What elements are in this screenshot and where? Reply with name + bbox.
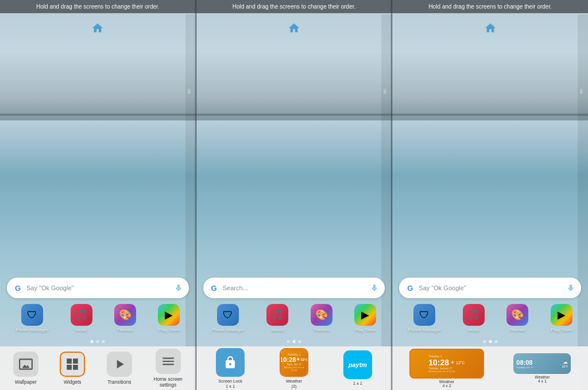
app-music-label-2: Music (272, 327, 284, 333)
app-music-2[interactable]: 🎵 Music (266, 304, 288, 333)
app-phone-manager-2[interactable]: 🛡 Phone Manager (212, 304, 245, 333)
music-icon-2: 🎵 (266, 304, 288, 326)
app-music-3[interactable]: 🎵 Music (463, 304, 485, 333)
mic-icon-3[interactable] (566, 283, 575, 292)
page-dots-2 (287, 340, 301, 343)
dot-2-3 (299, 340, 301, 343)
screen-3: Hold and drag the screens to change thei… (392, 0, 588, 390)
app-row-3: 🛡 Phone Manager 🎵 Music 🎨 Themes ▶ Play … (397, 304, 583, 333)
paytm-widget[interactable]: paytm 1 x 1 (326, 350, 389, 386)
playstore-icon-2: ▶ (354, 304, 376, 326)
music-icon-3: 🎵 (463, 304, 485, 326)
transitions-label: Transitions (107, 379, 131, 385)
wallpaper-icon (13, 352, 38, 377)
search-placeholder-2: Search... (223, 284, 367, 291)
weather-4x2-label: Weather 4 x 2 (439, 380, 454, 388)
phone-manager-icon-1: 🛡 (21, 304, 43, 326)
screen-lock-icon (216, 348, 245, 377)
app-themes-1[interactable]: 🎨 Themes (114, 304, 136, 333)
weather-4x2-box: Tuesday 1 10:28 ☀ 12°C Tuesday, January … (409, 349, 484, 379)
screen-lock-widget[interactable]: Screen Lock 1 x 1 (199, 348, 262, 389)
app-phone-manager-label-1: Phone Manager (16, 327, 48, 333)
search-bar-2[interactable]: G Search... (203, 278, 385, 298)
horizon-3 (392, 114, 588, 116)
home-icon-area-3 (484, 22, 497, 37)
screen-2: Hold and drag the screens to change thei… (196, 0, 393, 390)
app-playstore-1[interactable]: ▶ Play Store (158, 304, 180, 333)
weather-widget-icon-selected: Tuesday 1 10:28 ☀ 12°C Tues, Jan 17 Meet… (280, 348, 308, 377)
music-icon-1: 🎵 (71, 304, 92, 326)
google-logo-2: G (209, 283, 219, 293)
dot-1-2 (96, 340, 99, 343)
mic-icon-1[interactable] (174, 283, 183, 292)
search-bar-1[interactable]: G Say "Ok Google" (7, 278, 189, 298)
google-logo-1: G (13, 283, 23, 293)
s3-bottom-widgets: Tuesday 1 10:28 ☀ 12°C Tuesday, January … (392, 346, 588, 390)
right-edge-3: Ho (578, 14, 588, 390)
app-themes-2[interactable]: 🎨 Themes (311, 304, 332, 333)
banner-2: Hold and drag the screens to change thei… (196, 0, 392, 13)
app-row-1: 🛡 Phone Manager 🎵 Music 🎨 Themes ▶ (5, 304, 191, 333)
playstore-icon-1: ▶ (158, 304, 180, 326)
dot-2-active (293, 340, 296, 343)
app-playstore-label-1: Play Store (158, 327, 180, 333)
bottom-panel-1: Wallpaper Widgets Transitions (0, 346, 196, 390)
home-icon-area-1 (91, 22, 104, 37)
col-sep-2 (390, 0, 392, 390)
app-music-label-3: Music (467, 327, 479, 333)
paytm-icon: paytm (343, 350, 372, 379)
widget-bottom-2: Screen Lock 1 x 1 Tuesday 1 10:28 ☀ 12°C… (196, 346, 392, 390)
app-phone-manager-label-3: Phone Manager (408, 327, 441, 333)
dot-1-3 (102, 340, 105, 343)
home-icon-3 (484, 22, 497, 34)
widgets-icon (60, 352, 85, 377)
app-phone-manager-label-2: Phone Manager (212, 327, 245, 333)
widgets-button[interactable]: Widgets (60, 352, 85, 385)
dot-2-1 (287, 340, 290, 343)
home-settings-button[interactable]: Home screen settings (153, 349, 183, 388)
phone-manager-icon-3: 🛡 (413, 304, 435, 326)
app-themes-3[interactable]: 🎨 Themes (506, 304, 528, 333)
weather-4x1-widget[interactable]: 08:08 ... Tuesday, Jan 17 ☁ 60°F Weather… (513, 353, 571, 383)
home-settings-label: Home screen settings (153, 376, 183, 388)
app-playstore-3[interactable]: ▶ Play Store (551, 304, 572, 333)
app-phone-manager-3[interactable]: 🛡 Phone Manager (408, 304, 441, 333)
transitions-button[interactable]: Transitions (107, 352, 132, 385)
screens-container: Hold and drag the screens to change thei… (0, 0, 588, 390)
weather-widget-label: Weather (2) (286, 379, 302, 389)
trees-2 (196, 52, 392, 120)
app-playstore-label-2: Play Store (355, 327, 376, 333)
horizon-1 (0, 114, 196, 116)
screen-1: Hold and drag the screens to change thei… (0, 0, 196, 390)
app-playstore-label-3: Play Store (551, 327, 572, 333)
wallpaper-label: Wallpaper (15, 379, 37, 385)
screen-lock-label: Screen Lock 1 x 1 (218, 379, 242, 389)
themes-icon-1: 🎨 (114, 304, 136, 326)
app-music-1[interactable]: 🎵 Music (71, 304, 92, 333)
home-settings-icon (156, 349, 181, 374)
wallpaper-button[interactable]: Wallpaper (13, 352, 38, 385)
horizon-2 (196, 114, 392, 116)
search-bar-3[interactable]: G Say "Ok Google" (399, 278, 581, 298)
themes-icon-2: 🎨 (311, 304, 332, 326)
weather-preview: Tuesday 1 10:28 ☀ 12°C Tues, Jan 17 Meet… (281, 349, 307, 376)
widgets-label: Widgets (64, 379, 82, 385)
app-row-2: 🛡 Phone Manager 🎵 Music 🎨 Themes ▶ Play … (201, 304, 388, 333)
weather-widget-small[interactable]: Tuesday 1 10:28 ☀ 12°C Tues, Jan 17 Meet… (262, 348, 326, 389)
app-phone-manager-1[interactable]: 🛡 Phone Manager (16, 304, 48, 333)
phone-manager-icon-2: 🛡 (217, 304, 239, 326)
weather-4x1-box: 08:08 ... Tuesday, Jan 17 ☁ 60°F (513, 353, 571, 374)
google-logo-3: G (405, 283, 415, 293)
home-icon-2 (288, 22, 300, 34)
app-music-label-1: Music (75, 327, 87, 333)
app-playstore-2[interactable]: ▶ Play Store (354, 304, 376, 333)
mic-icon-2[interactable] (370, 283, 379, 292)
search-placeholder-1: Say "Ok Google" (26, 284, 171, 291)
trees-1 (0, 52, 196, 120)
weather-4x2-widget[interactable]: Tuesday 1 10:28 ☀ 12°C Tuesday, January … (409, 349, 484, 388)
app-themes-label-2: Themes (313, 327, 330, 333)
home-icon-area-2 (288, 22, 300, 37)
paytm-label: 1 x 1 (353, 381, 362, 386)
dot-3-3 (494, 340, 497, 343)
trees-3 (392, 52, 588, 120)
